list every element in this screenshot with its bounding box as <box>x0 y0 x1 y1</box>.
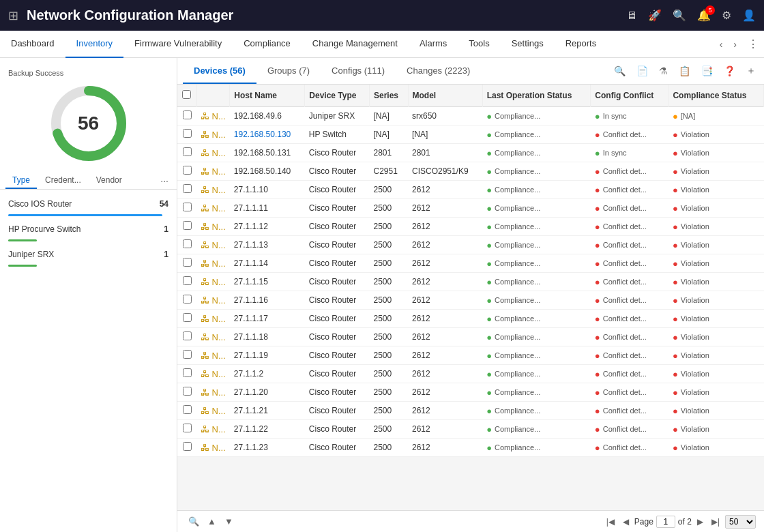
row-checkbox[interactable] <box>183 424 192 432</box>
page-number-input[interactable] <box>656 516 675 528</box>
monitor-icon[interactable]: 🖥 <box>626 10 637 22</box>
header-series[interactable]: Series <box>370 85 409 107</box>
row-checkbox[interactable] <box>183 110 192 119</box>
user-icon[interactable]: 👤 <box>742 9 756 22</box>
nav-tools[interactable]: Tools <box>458 31 500 58</box>
row-checkbox[interactable] <box>183 331 192 340</box>
conf-status-cell: ● Conflict det... <box>595 240 664 250</box>
sidebar-tab-more[interactable]: ··· <box>158 173 171 189</box>
tab-search-icon[interactable]: 🔍 <box>611 63 628 79</box>
row-checkbox-cell[interactable] <box>177 383 196 402</box>
page-next-btn[interactable]: ▶ <box>694 516 706 527</box>
tab-copy-icon[interactable]: 📑 <box>699 63 716 79</box>
row-checkbox-cell[interactable] <box>177 328 196 346</box>
tab-changes[interactable]: Changes (2223) <box>396 58 481 84</box>
status-ok-icon: ● <box>486 443 492 453</box>
tab-help-icon[interactable]: ❓ <box>721 63 738 79</box>
sidebar-tab-vendor[interactable]: Vendor <box>89 173 129 189</box>
row-last-op: ● Compliance... <box>482 365 591 383</box>
row-checkbox[interactable] <box>183 368 192 377</box>
grid-icon[interactable]: ⊞ <box>8 8 18 23</box>
tab-add-icon[interactable]: ＋ <box>744 62 759 80</box>
nav-firmware[interactable]: Firmware Vulnerability <box>123 31 233 58</box>
nav-dashboard[interactable]: Dashboard <box>0 31 65 58</box>
row-checkbox-cell[interactable] <box>177 439 196 457</box>
row-hostname[interactable]: 192.168.50.130 <box>230 125 305 144</box>
nav-alarms[interactable]: Alarms <box>409 31 458 58</box>
status-ok-icon: ● <box>486 387 492 398</box>
tab-filter-icon[interactable]: ⚗ <box>656 63 671 79</box>
header-hostname[interactable]: Host Name <box>230 85 305 107</box>
row-checkbox[interactable] <box>183 276 192 285</box>
row-checkbox-cell[interactable] <box>177 273 196 291</box>
nav-forward-arrow[interactable]: › <box>728 31 742 58</box>
nav-change-management[interactable]: Change Management <box>302 31 409 58</box>
row-checkbox-cell[interactable] <box>177 144 196 162</box>
search-icon[interactable]: 🔍 <box>673 9 686 22</box>
row-checkbox-cell[interactable] <box>177 291 196 310</box>
row-series: 2500 <box>370 439 409 457</box>
bell-icon[interactable]: 🔔 5 <box>697 9 711 22</box>
page-last-btn[interactable]: ▶| <box>709 516 722 527</box>
bottom-down-icon[interactable]: ▼ <box>222 515 236 528</box>
page-prev-btn[interactable]: ◀ <box>620 516 632 527</box>
nav-compliance[interactable]: Compliance <box>233 31 302 58</box>
row-checkbox[interactable] <box>183 405 192 414</box>
conf-err-icon: ● <box>595 240 600 250</box>
row-checkbox-cell[interactable] <box>177 181 196 199</box>
nav-reports[interactable]: Reports <box>555 31 608 58</box>
row-checkbox[interactable] <box>183 184 192 193</box>
select-all-checkbox[interactable] <box>182 90 191 99</box>
ip-link[interactable]: 192.168.50.130 <box>234 130 291 139</box>
row-checkbox-cell[interactable] <box>177 218 196 236</box>
row-checkbox-cell[interactable] <box>177 254 196 273</box>
row-device-icon-cell: 🖧 N... <box>196 328 230 346</box>
header-model[interactable]: Model <box>408 85 482 107</box>
row-checkbox-cell[interactable] <box>177 199 196 218</box>
row-checkbox[interactable] <box>183 313 192 322</box>
row-checkbox[interactable] <box>183 129 192 138</box>
sidebar-tab-credent[interactable]: Credent... <box>38 173 88 189</box>
settings-icon[interactable]: ⚙ <box>722 9 731 22</box>
row-checkbox-cell[interactable] <box>177 125 196 144</box>
sidebar-tab-type[interactable]: Type <box>5 173 37 189</box>
header-compliance-status[interactable]: Compliance Status <box>668 85 764 107</box>
row-checkbox[interactable] <box>183 350 192 359</box>
row-device-type: Cisco Router <box>305 144 370 162</box>
row-checkbox[interactable] <box>183 239 192 248</box>
row-checkbox-cell[interactable] <box>177 420 196 439</box>
nav-inventory[interactable]: Inventory <box>65 31 123 58</box>
row-checkbox[interactable] <box>183 295 192 304</box>
tab-devices[interactable]: Devices (56) <box>183 58 256 84</box>
tab-configs[interactable]: Configs (111) <box>321 58 396 84</box>
page-first-btn[interactable]: |◀ <box>604 516 617 527</box>
header-last-op[interactable]: Last Operation Status <box>482 85 591 107</box>
header-config-conflict[interactable]: Config Conflict <box>591 85 668 107</box>
row-checkbox[interactable] <box>183 166 192 175</box>
nav-more-icon[interactable]: ⋮ <box>742 31 764 58</box>
tab-groups[interactable]: Groups (7) <box>256 58 321 84</box>
row-checkbox-cell[interactable] <box>177 107 196 125</box>
row-checkbox-cell[interactable] <box>177 402 196 420</box>
nav-back-arrow[interactable]: ‹ <box>714 31 729 58</box>
nav-settings[interactable]: Settings <box>501 31 555 58</box>
row-checkbox[interactable] <box>183 203 192 211</box>
header-checkbox[interactable] <box>177 85 196 107</box>
row-checkbox[interactable] <box>183 221 192 230</box>
row-checkbox-cell[interactable] <box>177 346 196 365</box>
rocket-icon[interactable]: 🚀 <box>648 9 662 22</box>
row-checkbox-cell[interactable] <box>177 162 196 181</box>
row-checkbox[interactable] <box>183 147 192 156</box>
bottom-up-icon[interactable]: ▲ <box>205 515 219 528</box>
bottom-search-icon[interactable]: 🔍 <box>186 515 202 528</box>
row-checkbox[interactable] <box>183 387 192 396</box>
row-checkbox-cell[interactable] <box>177 310 196 328</box>
tab-export-icon[interactable]: 📄 <box>634 63 651 79</box>
tab-list-icon[interactable]: 📋 <box>676 63 693 79</box>
row-checkbox[interactable] <box>183 442 192 451</box>
per-page-select[interactable]: 50 100 200 <box>725 515 756 529</box>
row-checkbox-cell[interactable] <box>177 236 196 254</box>
row-checkbox[interactable] <box>183 258 192 267</box>
row-checkbox-cell[interactable] <box>177 365 196 383</box>
header-device-type[interactable]: Device Type <box>305 85 370 107</box>
